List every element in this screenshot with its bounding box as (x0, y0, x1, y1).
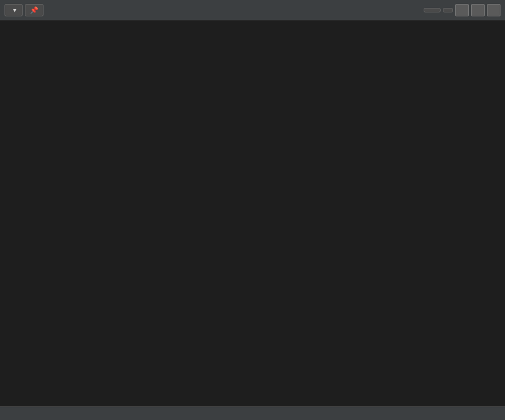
titlebar-left: ▾ 📌 (5, 4, 43, 16)
statusbar (0, 406, 505, 420)
titlebar-right (424, 4, 500, 16)
minimize-button[interactable] (455, 4, 469, 16)
code-area[interactable] (0, 20, 505, 406)
pin-icon: 📌 (30, 6, 38, 14)
maximize-button[interactable] (471, 4, 485, 16)
open-button[interactable]: ▾ (5, 4, 23, 16)
menu-button[interactable] (443, 8, 453, 12)
open-dropdown-icon: ▾ (13, 6, 16, 14)
pin-button[interactable]: 📌 (25, 4, 43, 16)
editor[interactable] (0, 20, 505, 406)
titlebar: ▾ 📌 (0, 0, 505, 20)
close-button[interactable] (487, 4, 500, 16)
save-button[interactable] (424, 8, 441, 12)
